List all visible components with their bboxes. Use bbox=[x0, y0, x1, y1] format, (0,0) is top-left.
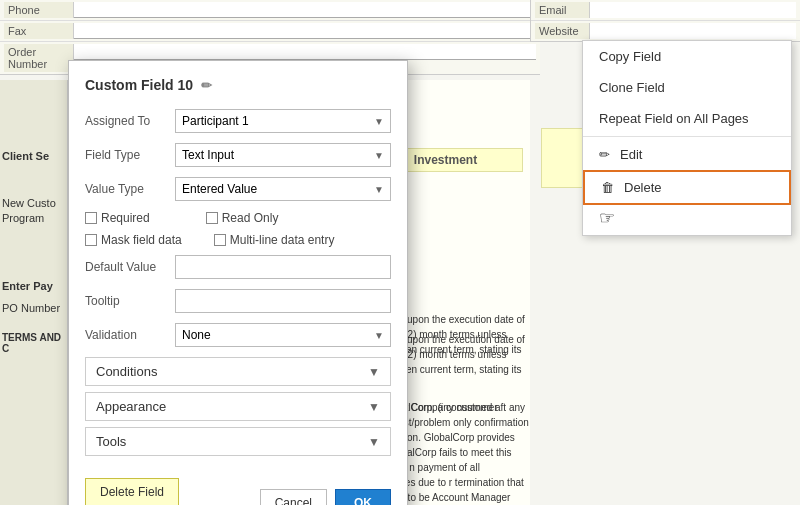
mask-field-checkbox[interactable]: Mask field data bbox=[85, 233, 182, 247]
po-number-label: PO Number bbox=[0, 300, 67, 316]
left-panel: Client Se New Custo Program Enter Pay PO… bbox=[0, 80, 68, 505]
tools-section[interactable]: Tools ▼ bbox=[85, 427, 391, 456]
field-type-select[interactable]: Text Input ▼ bbox=[175, 143, 391, 167]
program-label: Program bbox=[0, 210, 67, 226]
field-type-arrow: ▼ bbox=[374, 150, 384, 161]
order-number-input[interactable] bbox=[74, 44, 536, 60]
field-type-group: Field Type Text Input ▼ bbox=[85, 143, 391, 167]
assigned-to-group: Assigned To Participant 1 ▼ bbox=[85, 109, 391, 133]
required-checkbox-box bbox=[85, 212, 97, 224]
repeat-field-item[interactable]: Repeat Field on All Pages bbox=[583, 103, 791, 134]
repeat-field-label: Repeat Field on All Pages bbox=[599, 111, 749, 126]
ok-button[interactable]: OK bbox=[335, 489, 391, 506]
fax-input[interactable] bbox=[74, 23, 536, 39]
read-only-checkbox-box bbox=[206, 212, 218, 224]
assigned-to-select[interactable]: Participant 1 ▼ bbox=[175, 109, 391, 133]
context-menu: Copy Field Clone Field Repeat Field on A… bbox=[582, 40, 792, 236]
edit-label: Edit bbox=[620, 147, 642, 162]
clone-field-label: Clone Field bbox=[599, 80, 665, 95]
new-customer-label: New Custo bbox=[0, 195, 67, 211]
multi-line-checkbox-box bbox=[214, 234, 226, 246]
tooltip-input[interactable] bbox=[175, 289, 391, 313]
clone-field-item[interactable]: Clone Field bbox=[583, 72, 791, 103]
modal-dialog: Custom Field 10 ✏ Assigned To Participan… bbox=[68, 60, 408, 505]
conditions-arrow: ▼ bbox=[368, 365, 380, 379]
website-input[interactable] bbox=[590, 23, 796, 39]
enter-pay-label: Enter Pay bbox=[0, 278, 67, 294]
multi-line-checkbox[interactable]: Multi-line data entry bbox=[214, 233, 335, 247]
validation-arrow: ▼ bbox=[374, 330, 384, 341]
modal-footer: Delete Field ☞ Cancel OK bbox=[85, 468, 391, 505]
default-value-input[interactable] bbox=[175, 255, 391, 279]
delete-cursor-icon: ☞ bbox=[599, 207, 615, 229]
value-type-label: Value Type bbox=[85, 182, 175, 196]
tooltip-label: Tooltip bbox=[85, 294, 175, 308]
button-group: Cancel OK bbox=[260, 489, 391, 506]
checkboxes-row2: Mask field data Multi-line data entry bbox=[85, 233, 391, 247]
email-input[interactable] bbox=[590, 2, 796, 18]
delete-item[interactable]: 🗑 Delete bbox=[583, 170, 791, 205]
phone-label: Phone bbox=[4, 2, 74, 18]
checkboxes-row1: Required Read Only bbox=[85, 211, 391, 225]
right-top-fields: Email Website bbox=[530, 0, 800, 42]
copy-field-label: Copy Field bbox=[599, 49, 661, 64]
phone-input[interactable] bbox=[74, 2, 536, 18]
modal-title-row: Custom Field 10 ✏ bbox=[85, 77, 391, 93]
modal-title-text: Custom Field 10 bbox=[85, 77, 193, 93]
order-number-label: Order Number bbox=[4, 44, 74, 72]
edit-menu-icon: ✏ bbox=[599, 147, 610, 162]
delete-field-button[interactable]: Delete Field bbox=[85, 478, 179, 505]
delete-label: Delete bbox=[624, 180, 662, 195]
client-section-label: Client Se bbox=[0, 148, 67, 164]
menu-divider bbox=[583, 136, 791, 137]
value-type-arrow: ▼ bbox=[374, 184, 384, 195]
copy-field-item[interactable]: Copy Field bbox=[583, 41, 791, 72]
value-type-select[interactable]: Entered Value ▼ bbox=[175, 177, 391, 201]
required-checkbox[interactable]: Required bbox=[85, 211, 150, 225]
field-type-label: Field Type bbox=[85, 148, 175, 162]
validation-group: Validation None ▼ bbox=[85, 323, 391, 347]
value-type-group: Value Type Entered Value ▼ bbox=[85, 177, 391, 201]
edit-icon[interactable]: ✏ bbox=[201, 78, 212, 93]
cancel-button[interactable]: Cancel bbox=[260, 489, 327, 506]
terms-left-label: TERMS AND C bbox=[0, 330, 67, 356]
assigned-to-arrow: ▼ bbox=[374, 116, 384, 127]
fax-label: Fax bbox=[4, 23, 74, 39]
validation-select[interactable]: None ▼ bbox=[175, 323, 391, 347]
tools-arrow: ▼ bbox=[368, 435, 380, 449]
default-value-group: Default Value bbox=[85, 255, 391, 279]
read-only-checkbox[interactable]: Read Only bbox=[206, 211, 279, 225]
appearance-arrow: ▼ bbox=[368, 400, 380, 414]
validation-label: Validation bbox=[85, 328, 175, 342]
conditions-section[interactable]: Conditions ▼ bbox=[85, 357, 391, 386]
email-label: Email bbox=[535, 2, 590, 18]
default-value-label: Default Value bbox=[85, 260, 175, 274]
assigned-to-label: Assigned To bbox=[85, 114, 175, 128]
edit-item[interactable]: ✏ Edit bbox=[583, 139, 791, 170]
website-label: Website bbox=[535, 23, 590, 39]
mask-field-checkbox-box bbox=[85, 234, 97, 246]
appearance-section[interactable]: Appearance ▼ bbox=[85, 392, 391, 421]
delete-menu-icon: 🗑 bbox=[601, 180, 614, 195]
tooltip-group: Tooltip bbox=[85, 289, 391, 313]
